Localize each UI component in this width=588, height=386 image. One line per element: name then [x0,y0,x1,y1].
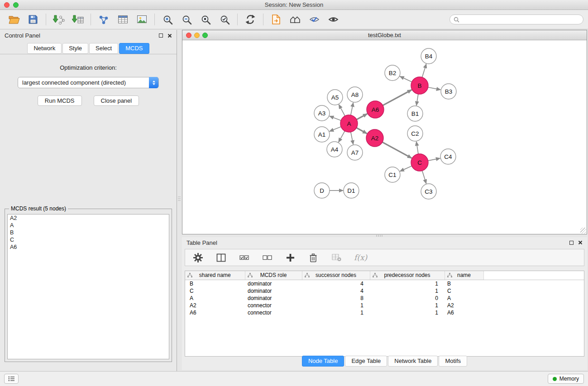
run-mcds-button[interactable]: Run MCDS [38,95,82,106]
first-neighbors-button[interactable] [286,12,305,27]
graph-node-A[interactable]: A [340,115,358,132]
column-header-shared-name[interactable]: shared name [185,271,245,280]
new-table-button[interactable] [113,12,132,27]
search-input[interactable] [462,16,579,23]
zoom-window-button[interactable] [13,2,19,8]
column-header-successor-nodes[interactable]: successor nodes [302,271,370,280]
create-column-button[interactable] [285,252,296,263]
close-window-button[interactable] [4,2,10,8]
graph-edge-A-A6[interactable] [357,114,368,119]
graph-edge-B-B1[interactable] [416,94,418,105]
delete-table-button[interactable] [331,252,342,263]
graph-edge-A2-C[interactable] [382,142,412,158]
result-item[interactable]: A [8,222,169,229]
graph-node-A5[interactable]: A5 [327,90,343,105]
zoom-network-window-button[interactable] [202,33,208,38]
apply-layout-button[interactable] [241,12,260,27]
close-network-window-button[interactable] [186,33,191,38]
window-resize-grip[interactable] [580,228,586,234]
network-graph[interactable]: B4B2BB3A8A5A6A3B1AC2A1A2A4A7C4CC1DD1C3 [182,40,587,234]
graph-node-C2[interactable]: C2 [407,126,423,141]
graph-edge-B-B3[interactable] [428,87,441,90]
open-document-button[interactable] [267,12,286,27]
task-history-button[interactable] [4,374,19,384]
graph-edge-A-A5[interactable] [339,105,345,116]
graph-node-B1[interactable]: B1 [407,106,423,121]
zoom-selected-button[interactable] [215,12,234,27]
table-row[interactable]: A2connector11A2 [185,302,584,309]
table-row[interactable]: A6connector11A6 [185,309,584,316]
zoom-out-button[interactable] [177,12,196,27]
criterion-dropdown[interactable]: largest connected component (directed) [18,77,159,88]
graph-node-A8[interactable]: A8 [347,87,363,102]
tab-select[interactable]: Select [89,43,118,54]
graph-node-B2[interactable]: B2 [385,65,400,81]
graph-edge-A-A7[interactable] [351,132,354,145]
function-builder-button[interactable]: f(x) [354,253,367,262]
graph-edge-A-A4[interactable] [339,131,345,143]
tab-mcds[interactable]: MCDS [119,43,149,54]
show-column-panel-button[interactable] [215,252,226,263]
graph-edge-B-B4[interactable] [422,64,426,77]
graph-node-A7[interactable]: A7 [347,145,363,160]
graph-node-A3[interactable]: A3 [314,105,330,121]
close-panel-button[interactable]: Close panel [94,95,139,106]
export-image-button[interactable] [132,12,151,27]
graph-node-D[interactable]: D [314,183,330,198]
show-hide-button[interactable] [324,12,343,27]
graphics-details-button[interactable] [305,12,324,27]
save-session-button[interactable] [24,12,43,27]
memory-button[interactable]: Memory [548,374,584,384]
tab-node-table[interactable]: Node Table [302,356,344,367]
graph-edge-A6-B[interactable] [383,90,412,105]
graph-edge-C-C3[interactable] [422,171,426,184]
delete-column-button[interactable] [308,252,319,263]
graph-edge-C-C4[interactable] [428,158,440,161]
open-session-button[interactable] [5,12,24,27]
table-row[interactable]: Adominator80A [185,295,584,302]
zoom-in-button[interactable] [158,12,177,27]
horizontal-splitter-handle[interactable] [376,235,383,237]
result-item[interactable]: A2 [8,214,169,222]
graph-node-C[interactable]: C [411,154,428,171]
graph-edge-A-A1[interactable] [330,127,341,131]
result-item[interactable]: C [8,236,169,243]
graph-node-C3[interactable]: C3 [421,184,436,199]
tab-network[interactable]: Network [27,43,62,54]
table-settings-button[interactable] [192,252,203,263]
tab-motifs[interactable]: Motifs [439,356,467,367]
new-network-button[interactable] [94,12,113,27]
graph-edge-B-B2[interactable] [400,76,411,82]
import-network-button[interactable] [49,12,68,27]
import-table-button[interactable] [68,12,87,27]
graph-node-A6[interactable]: A6 [367,101,384,118]
graph-edge-A-A8[interactable] [351,103,354,115]
tab-edge-table[interactable]: Edge Table [345,356,387,367]
network-canvas[interactable]: B4B2BB3A8A5A6A3B1AC2A1A2A4A7C4CC1DD1C3 [182,40,587,234]
column-header-predecessor-nodes[interactable]: predecessor nodes [370,271,445,280]
table-row[interactable]: Bdominator41B [185,280,584,287]
tab-network-table[interactable]: Network Table [388,356,438,367]
graph-node-C1[interactable]: C1 [385,167,400,182]
column-header-name[interactable]: name [445,271,483,280]
graph-edge-A-A3[interactable] [330,116,341,120]
zoom-fit-button[interactable] [196,12,215,27]
graph-node-B3[interactable]: B3 [441,84,456,99]
float-panel-icon[interactable] [159,33,163,38]
graph-node-B4[interactable]: B4 [421,48,436,64]
graph-node-C4[interactable]: C4 [440,149,456,164]
result-item[interactable]: A6 [8,243,169,251]
deselect-all-columns-button[interactable] [262,252,272,263]
mcds-result-list[interactable]: A2 A B C A6 [7,214,169,359]
graph-node-A1[interactable]: A1 [314,127,330,142]
column-header-mcds-role[interactable]: MCDS role [245,271,302,280]
minimize-network-window-button[interactable] [194,33,200,38]
graph-node-A2[interactable]: A2 [366,129,383,147]
graph-node-B[interactable]: B [411,77,428,94]
graph-edge-C-C1[interactable] [400,166,411,172]
node-table[interactable]: shared name MCDS role successor nodes [185,271,584,357]
float-panel-icon[interactable] [569,241,574,245]
result-item[interactable]: B [8,229,169,236]
graph-edge-C-C2[interactable] [416,142,418,154]
search-box[interactable] [449,14,583,24]
